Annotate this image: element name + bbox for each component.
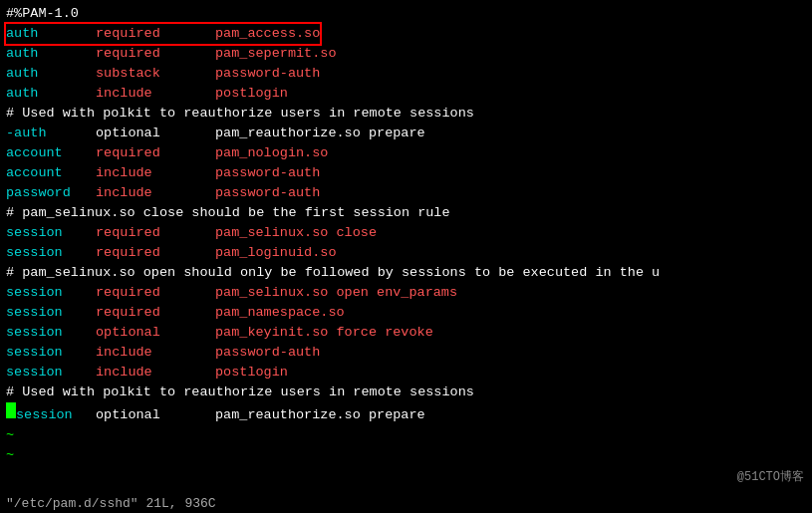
- col1-session-2: session: [6, 243, 96, 263]
- col2-required-4: required: [96, 223, 215, 243]
- status-bar: "/etc/pam.d/sshd" 21L, 936C: [0, 494, 812, 513]
- status-text: "/etc/pam.d/sshd" 21L, 936C: [6, 496, 216, 511]
- col2-include-1: include: [96, 84, 215, 104]
- col1-password: password: [6, 183, 96, 203]
- col3-passwordauth-2: password-auth: [215, 163, 320, 183]
- col3-passwordauth-1: password-auth: [215, 64, 320, 84]
- col3-pamreauth-1: pam_reauthorize.so prepare: [215, 124, 425, 143]
- col3-pamloginuid: pam_loginuid.so: [215, 243, 337, 263]
- col3-pamkeyinit: pam_keyinit.so force revoke: [215, 323, 433, 343]
- tilde-char-1: ~: [6, 425, 14, 445]
- col2-required-7: required: [96, 303, 215, 323]
- line-6: account required pam_nologin.so: [6, 143, 806, 163]
- col2-required-2: required: [96, 44, 215, 64]
- comment-text-4: # Used with polkit to reauthorize users …: [6, 383, 474, 402]
- line-1: auth required pam_access.so: [6, 24, 806, 44]
- green-cursor-block: [6, 402, 16, 418]
- line-2: auth required pam_sepermit.so: [6, 44, 806, 64]
- comment-3: # pam_selinux.so open should only be fol…: [6, 263, 806, 283]
- col2-optional-1: optional: [96, 124, 215, 143]
- col2-substack: substack: [96, 64, 215, 84]
- line-12: session required pam_namespace.so: [6, 303, 806, 323]
- col3-pamselinux-close: pam_selinux.so close: [215, 223, 377, 243]
- col2-include-2: include: [96, 163, 215, 183]
- terminal: #%PAM-1.0 auth required pam_access.so au…: [0, 0, 812, 513]
- comment-1: # Used with polkit to reauthorize users …: [6, 104, 806, 124]
- col1-auth-minus: -auth: [6, 124, 96, 143]
- col2-include-5: include: [96, 363, 215, 383]
- col3-postlogin-2: postlogin: [215, 363, 288, 383]
- col3-pamnologin: pam_nologin.so: [215, 143, 328, 163]
- col2-include-4: include: [96, 343, 215, 363]
- col1-session-1: session: [6, 223, 96, 243]
- col2-optional-2: optional: [96, 323, 215, 343]
- col2-optional-3: optional: [96, 405, 215, 425]
- col3-pamselinux-open: pam_selinux.so open env_params: [215, 283, 457, 303]
- line-5: -auth optional pam_reauthorize.so prepar…: [6, 124, 806, 143]
- line-shebang: #%PAM-1.0: [6, 4, 806, 24]
- col1-auth-2: auth: [6, 44, 96, 64]
- col2-required-1: required: [96, 24, 215, 44]
- shebang-text: #%PAM-1.0: [6, 4, 79, 24]
- col1-auth-1: auth: [6, 24, 96, 44]
- col3-postlogin-1: postlogin: [215, 84, 288, 104]
- col2-required-3: required: [96, 143, 215, 163]
- watermark: @51CTO博客: [737, 468, 804, 485]
- col1-session-7: session: [6, 363, 96, 383]
- col3-passwordauth-3: password-auth: [215, 183, 320, 203]
- col1-session-5: session: [6, 323, 96, 343]
- line-16: session optional pam_reauthorize.so prep…: [6, 402, 806, 425]
- col1-session-8: session: [16, 405, 96, 425]
- line-10: session required pam_loginuid.so: [6, 243, 806, 263]
- comment-text-3: # pam_selinux.so open should only be fol…: [6, 263, 660, 283]
- col3-pamreauth-2: pam_reauthorize.so prepare: [215, 405, 425, 425]
- col1-session-4: session: [6, 303, 96, 323]
- col1-account-2: account: [6, 163, 96, 183]
- line-15: session include postlogin: [6, 363, 806, 383]
- line-11: session required pam_selinux.so open env…: [6, 283, 806, 303]
- line-9: session required pam_selinux.so close: [6, 223, 806, 243]
- col1-auth-4: auth: [6, 84, 96, 104]
- col1-session-6: session: [6, 343, 96, 363]
- line-3: auth substack password-auth: [6, 64, 806, 84]
- col1-session-3: session: [6, 283, 96, 303]
- line-7: account include password-auth: [6, 163, 806, 183]
- line-8: password include password-auth: [6, 183, 806, 203]
- tilde-2: ~: [6, 445, 806, 465]
- comment-text-1: # Used with polkit to reauthorize users …: [6, 104, 474, 124]
- col3-pamaccess: pam_access.so: [215, 24, 320, 44]
- line-13: session optional pam_keyinit.so force re…: [6, 323, 806, 343]
- comment-4: # Used with polkit to reauthorize users …: [6, 383, 806, 402]
- line-4: auth include postlogin: [6, 84, 806, 104]
- comment-text-2: # pam_selinux.so close should be the fir…: [6, 203, 450, 223]
- col1-account-1: account: [6, 143, 96, 163]
- comment-2: # pam_selinux.so close should be the fir…: [6, 203, 806, 223]
- col3-pamnamespace: pam_namespace.so: [215, 303, 345, 323]
- col3-passwordauth-4: password-auth: [215, 343, 320, 363]
- col1-auth-3: auth: [6, 64, 96, 84]
- col2-required-5: required: [96, 243, 215, 263]
- col3-pamsepermit: pam_sepermit.so: [215, 44, 337, 64]
- tilde-1: ~: [6, 425, 806, 445]
- tilde-char-2: ~: [6, 445, 14, 465]
- line-14: session include password-auth: [6, 343, 806, 363]
- col2-required-6: required: [96, 283, 215, 303]
- col2-include-3: include: [96, 183, 215, 203]
